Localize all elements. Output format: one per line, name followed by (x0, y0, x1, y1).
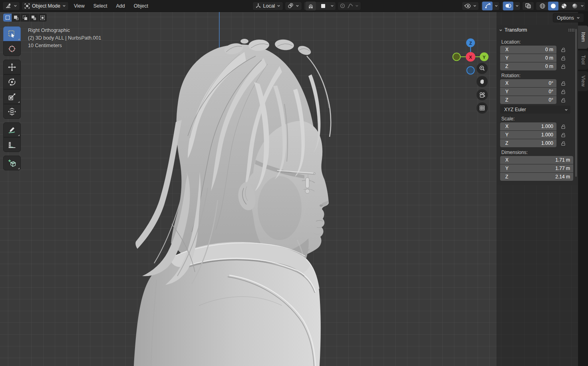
gizmo-z-neg-axis[interactable] (467, 67, 475, 74)
chevron-down-icon (580, 4, 584, 8)
chevron-down-icon (296, 4, 299, 8)
select-subtract-icon (23, 16, 27, 20)
tool-annotate[interactable] (3, 122, 21, 137)
tool-rotate[interactable] (3, 74, 21, 89)
chevron-down-icon (355, 4, 359, 8)
select-mode-invert[interactable] (30, 14, 38, 22)
menu-view[interactable]: View (70, 2, 88, 10)
location-y-lock[interactable] (560, 54, 567, 62)
mode-selector[interactable]: Object Mode (22, 2, 69, 10)
scale-x-lock[interactable] (560, 122, 567, 131)
sidebar-tabstrip: Item Tool View (578, 12, 588, 366)
show-gizmos-button[interactable] (482, 2, 493, 10)
location-z-lock[interactable] (560, 62, 567, 71)
select-mode-subtract[interactable] (21, 14, 29, 22)
chevron-down-icon (473, 4, 477, 8)
tool-add-cube[interactable] (3, 156, 21, 170)
unlock-icon (561, 141, 566, 146)
rotation-y-lock[interactable] (560, 88, 567, 96)
rotation-mode-dropdown[interactable]: XYZ Euler (500, 106, 570, 114)
unlock-icon (561, 47, 566, 52)
camera-view-button[interactable] (477, 89, 488, 100)
select-mode-group (3, 14, 47, 22)
location-x-lock[interactable] (560, 46, 567, 54)
menu-add[interactable]: Add (113, 2, 129, 10)
proportional-circle-icon[interactable] (340, 3, 345, 8)
dimensions-y-field[interactable]: Y1.77 m (500, 164, 573, 172)
rotation-x-field[interactable]: X0° (500, 79, 556, 87)
pivot-point-selector[interactable] (285, 2, 302, 10)
gizmos-controls (481, 2, 500, 10)
location-fields: X0 m Y0 m Z0 m (500, 46, 556, 70)
transform-orientation-selector[interactable]: Local (252, 2, 284, 10)
subtool-indicator (18, 101, 20, 103)
scale-z-lock[interactable] (560, 139, 567, 148)
rotation-label: Rotation: (497, 73, 520, 78)
viewport-info-text: Right Orthographic (2) 3D body ALL | Nur… (28, 27, 101, 50)
location-y-field[interactable]: Y0 m (500, 54, 556, 62)
collapse-chevron-icon[interactable] (499, 28, 503, 32)
tool-transform[interactable] (3, 104, 21, 119)
menu-select[interactable]: Select (90, 2, 111, 10)
gizmo-y-neg-axis[interactable] (453, 53, 461, 61)
select-mode-intersect[interactable] (38, 14, 47, 22)
chevron-down-icon (515, 4, 519, 8)
rotation-y-field[interactable]: Y0° (500, 88, 556, 96)
show-overlays-button[interactable] (503, 2, 513, 10)
orientation-label: Local (263, 3, 275, 9)
panel-title[interactable]: Transform (505, 27, 527, 33)
zoom-button[interactable] (477, 63, 488, 74)
panel-drag-grip[interactable] (568, 28, 575, 32)
select-mode-set[interactable] (3, 14, 12, 22)
tool-scale[interactable] (3, 89, 21, 104)
editor-type-icon (5, 3, 12, 9)
tab-tool[interactable]: Tool (578, 50, 588, 70)
menu-object[interactable]: Object (130, 2, 152, 10)
select-set-icon (6, 16, 10, 20)
collection-object-name: (2) 3D body ALL | NurbsPath.001 (28, 34, 101, 42)
select-mode-extend[interactable] (12, 14, 20, 22)
tab-item[interactable]: Item (578, 26, 588, 49)
shading-rendered-button[interactable] (570, 2, 580, 10)
shading-wireframe-icon (539, 3, 546, 9)
orthographic-toggle-button[interactable] (477, 102, 488, 114)
tab-view[interactable]: View (578, 71, 588, 91)
location-x-field[interactable]: X0 m (500, 46, 556, 54)
shading-wireframe-button[interactable] (537, 2, 548, 10)
chevron-down-icon (330, 4, 334, 8)
snap-toggle-button[interactable] (306, 2, 316, 10)
pan-button[interactable] (477, 76, 488, 87)
shading-solid-button[interactable] (548, 2, 558, 10)
select-box-icon (8, 30, 16, 38)
camera-view-icon (479, 92, 486, 98)
tool-move[interactable] (3, 60, 21, 74)
pivot-point-icon (288, 3, 294, 9)
rotation-z-field[interactable]: Z0° (500, 96, 556, 104)
scale-x-field[interactable]: X1.000 (500, 122, 556, 130)
panel-scrollbar[interactable] (575, 29, 577, 177)
snap-target-button[interactable] (318, 2, 328, 10)
snap-increment-icon (321, 4, 325, 8)
falloff-curve-icon[interactable] (347, 3, 353, 8)
gizmo-z-label: Z (469, 41, 472, 46)
options-dropdown[interactable]: Options (553, 13, 584, 22)
dimensions-x-field[interactable]: X1.71 m (500, 156, 573, 164)
scale-y-lock[interactable] (560, 131, 567, 139)
shading-material-button[interactable] (559, 2, 569, 10)
gizmo-x-label: X (469, 55, 472, 60)
tool-cursor[interactable] (3, 41, 21, 56)
subtool-indicator (18, 38, 20, 40)
dimensions-z-field[interactable]: Z2.14 m (500, 173, 573, 181)
scale-fields: X1.000 Y1.000 Z1.000 (500, 122, 556, 147)
object-visibility-selector[interactable] (462, 2, 479, 10)
location-z-field[interactable]: Z0 m (500, 62, 556, 70)
scale-z-field[interactable]: Z1.000 (500, 139, 556, 147)
scale-y-field[interactable]: Y1.000 (500, 131, 556, 139)
rotation-z-lock[interactable] (560, 96, 567, 104)
editor-type-selector[interactable] (2, 2, 20, 10)
rotation-x-lock[interactable] (560, 79, 567, 88)
tool-select-box[interactable] (3, 26, 21, 41)
tool-measure[interactable] (3, 137, 21, 152)
xray-toggle-button[interactable] (522, 2, 534, 10)
options-label: Options (557, 15, 574, 21)
